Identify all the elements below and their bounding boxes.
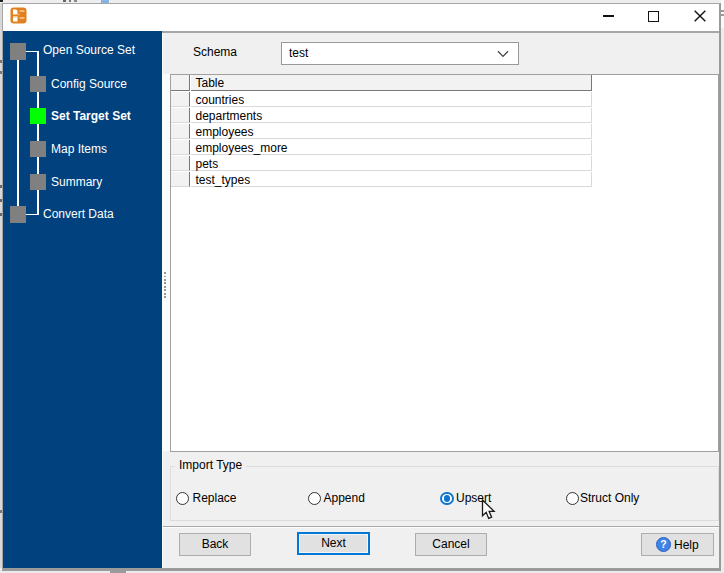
svg-text:?: ?: [660, 538, 666, 550]
